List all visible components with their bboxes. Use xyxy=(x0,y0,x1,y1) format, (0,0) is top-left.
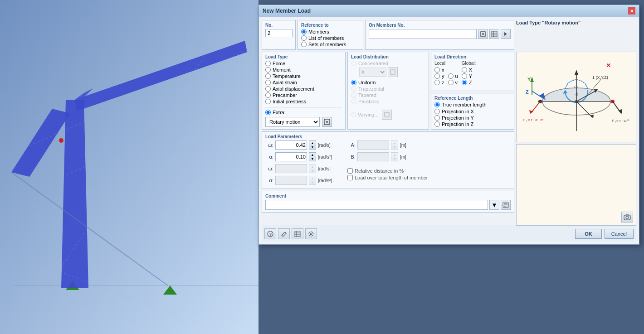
comment-dropdown-btn[interactable]: ▼ xyxy=(489,200,499,210)
lt-axial-strain[interactable]: Axial strain xyxy=(265,80,342,85)
dir-z-radio[interactable] xyxy=(434,80,440,85)
rl-proj-y-radio[interactable] xyxy=(434,115,440,121)
lt-precamber[interactable]: Precamber xyxy=(265,92,342,98)
svg-point-22 xyxy=(326,121,328,123)
b-spin-up: ▲ xyxy=(391,153,398,157)
rl-proj-y[interactable]: Projection in Y xyxy=(434,115,511,121)
dir-x[interactable]: x xyxy=(434,67,444,73)
cancel-button[interactable]: Cancel xyxy=(605,229,634,239)
dir-v-radio[interactable] xyxy=(448,80,454,85)
lt-precamber-radio[interactable] xyxy=(265,92,271,98)
concentrated-icon-btn xyxy=(388,67,398,77)
members-table-btn[interactable] xyxy=(489,29,499,39)
ref-list-item[interactable]: List of members xyxy=(301,35,360,41)
lt-axial-disp[interactable]: Axial displacement xyxy=(265,86,342,92)
relative-distance-row[interactable]: Relative distance in % xyxy=(347,168,428,174)
ld-uniform-radio[interactable] xyxy=(351,80,356,85)
lt-force-label: Force xyxy=(273,61,285,66)
members-arrow-btn[interactable] xyxy=(501,29,511,39)
alpha-spin-up[interactable]: ▲ xyxy=(309,153,316,157)
lt-temperature-radio[interactable] xyxy=(265,73,271,79)
alpha-input[interactable] xyxy=(275,152,307,161)
lt-extra[interactable]: Extra: xyxy=(265,110,342,115)
no-input[interactable] xyxy=(265,29,293,37)
omega-spin[interactable]: ▲ ▼ xyxy=(309,140,316,150)
svg-text:i: i xyxy=(526,120,527,122)
rl-proj-x-radio[interactable] xyxy=(434,109,440,114)
ref-members-radio[interactable] xyxy=(301,29,307,34)
extra-row: Rotary motion xyxy=(265,117,342,127)
dir-z[interactable]: z xyxy=(434,80,444,85)
rl-proj-z[interactable]: Projection in Z xyxy=(434,121,511,127)
lt-axial-disp-radio[interactable] xyxy=(265,86,271,92)
omega-input[interactable] xyxy=(275,140,307,150)
ref-members-item[interactable]: Members xyxy=(301,29,360,34)
dir-y-radio[interactable] xyxy=(434,73,440,79)
members-select-btn[interactable] xyxy=(478,29,488,39)
lt-moment-radio[interactable] xyxy=(265,67,271,73)
dir-Y-radio[interactable] xyxy=(462,73,467,79)
dir-y[interactable]: y xyxy=(434,73,444,79)
a-label: A: xyxy=(347,142,356,148)
rl-true-member-radio[interactable] xyxy=(434,102,440,107)
lt-initial-prestress[interactable]: Initial prestress xyxy=(265,99,342,104)
diagram-camera-btn[interactable] xyxy=(621,212,633,223)
ld-uniform[interactable]: Uniform xyxy=(351,80,425,85)
omega2-spin-down: ▼ xyxy=(309,169,316,173)
lt-initial-prestress-radio[interactable] xyxy=(265,99,271,104)
close-button[interactable]: ✕ xyxy=(628,7,635,15)
alpha-spin[interactable]: ▲ ▼ xyxy=(309,152,316,161)
ok-button[interactable]: OK xyxy=(575,229,602,239)
members-input[interactable] xyxy=(369,29,477,39)
alpha2-unit: [rad/s²] xyxy=(318,178,343,183)
rl-proj-z-label: Projection in Z xyxy=(442,121,473,127)
settings-btn[interactable] xyxy=(305,228,317,239)
a-spin-down: ▼ xyxy=(391,145,398,149)
lt-moment[interactable]: Moment xyxy=(265,67,342,73)
extra-select[interactable]: Rotary motion xyxy=(265,117,320,127)
comment-input[interactable] xyxy=(265,200,488,210)
load-total-length-row[interactable]: Load over total length of member xyxy=(347,175,428,180)
relative-distance-checkbox[interactable] xyxy=(347,168,353,174)
lt-force[interactable]: Force xyxy=(265,61,342,66)
load-distribution-section: Load Distribution Concentrated: X xyxy=(347,52,429,130)
dir-u[interactable]: u xyxy=(448,73,458,79)
lt-temperature[interactable]: Temperature xyxy=(265,73,342,79)
ld-concentrated-radio xyxy=(351,61,356,66)
rl-proj-z-radio[interactable] xyxy=(434,121,440,127)
dir-Y[interactable]: Y xyxy=(462,73,476,79)
ref-sets-radio[interactable] xyxy=(301,42,307,47)
extra-icon-btn[interactable] xyxy=(322,117,332,127)
rl-proj-x[interactable]: Projection in X xyxy=(434,109,511,114)
dir-Z-radio[interactable] xyxy=(462,80,467,85)
dir-x-radio[interactable] xyxy=(434,67,440,73)
a-spin: ▲ ▼ xyxy=(391,140,398,150)
rl-true-member[interactable]: True member length xyxy=(434,102,511,107)
lt-axial-strain-radio[interactable] xyxy=(265,80,271,85)
ref-sets-item[interactable]: Sets of members xyxy=(301,42,360,47)
concentrated-select: X xyxy=(359,68,386,77)
omega-row: ω: ▲ ▼ [rad/s] xyxy=(265,140,343,150)
omega-spin-down[interactable]: ▼ xyxy=(309,145,316,149)
omega-spin-up[interactable]: ▲ xyxy=(309,141,316,145)
global-group: Global: X Y xyxy=(462,61,476,85)
comment-icon-btn[interactable] xyxy=(501,200,511,210)
load-total-length-checkbox[interactable] xyxy=(347,175,353,180)
dir-X-radio[interactable] xyxy=(462,67,467,73)
dir-u-radio[interactable] xyxy=(448,73,454,79)
lt-moment-label: Moment xyxy=(273,67,291,73)
alpha2-row: α: ▲ ▼ [rad/s²] xyxy=(265,176,343,185)
edit-btn[interactable] xyxy=(278,228,290,239)
b-row: B: ▲ ▼ [m] xyxy=(347,152,428,161)
help-btn[interactable]: ? xyxy=(264,228,276,239)
omega2-spin: ▲ ▼ xyxy=(309,164,316,173)
alpha-spin-down[interactable]: ▼ xyxy=(309,157,316,161)
lt-extra-radio[interactable] xyxy=(265,110,271,115)
dir-X[interactable]: X xyxy=(462,67,476,73)
dir-v[interactable]: v xyxy=(448,80,458,85)
alpha2-input xyxy=(275,176,307,185)
ref-list-radio[interactable] xyxy=(301,35,307,41)
dir-Z[interactable]: Z xyxy=(462,80,476,85)
table-btn[interactable] xyxy=(292,228,303,239)
lt-force-radio[interactable] xyxy=(265,61,271,66)
